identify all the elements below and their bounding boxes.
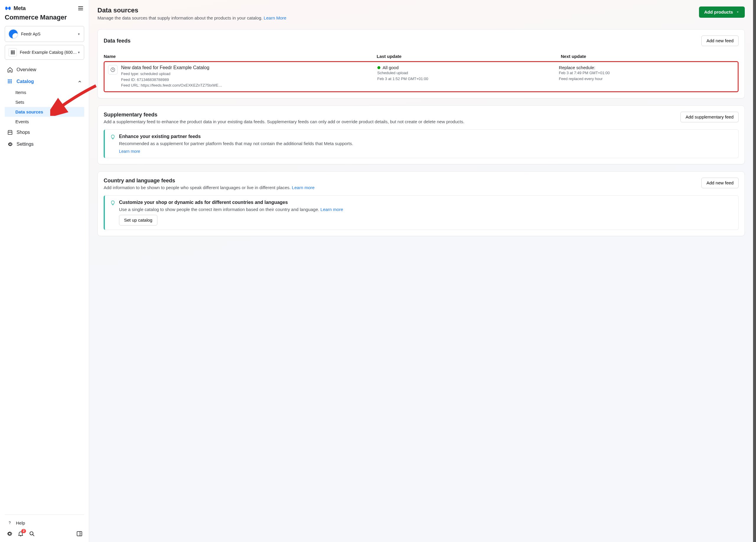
svg-point-20 — [81, 533, 81, 534]
supp-tip-desc: Recommended as a supplement for partner … — [119, 141, 353, 146]
lightbulb-icon — [110, 134, 115, 140]
notifications-badge: 2 — [21, 529, 26, 533]
page-title: Data sources — [97, 6, 286, 14]
feed-next-line1: Replace schedule: — [559, 65, 734, 70]
catalog-selector-label: Feedr Example Catalog (600… — [20, 50, 77, 55]
svg-point-18 — [30, 532, 33, 535]
collapse-panel-icon[interactable] — [76, 530, 83, 537]
nav-shops[interactable]: Shops — [5, 126, 84, 138]
supp-desc: Add a supplementary feed to enhance the … — [104, 119, 674, 124]
nav-sets[interactable]: Sets — [5, 97, 84, 107]
notifications-icon-button[interactable]: 2 — [17, 530, 24, 537]
page-subtitle: Manage the data sources that supply info… — [97, 15, 286, 20]
supp-tip-link[interactable]: Learn more — [119, 149, 140, 154]
feed-title: New data feed for Feedr Example Catalog — [121, 65, 373, 70]
meta-logo-icon — [5, 5, 11, 12]
add-new-feed-button[interactable]: Add new feed — [701, 35, 739, 46]
gear-icon — [7, 141, 13, 147]
svg-rect-0 — [11, 51, 12, 51]
feed-next-line2: Feb 3 at 7:49 PM GMT+01:00 — [559, 70, 734, 76]
feed-url: Feed URL: https://feeds.feedr.com/OxEXKE… — [121, 82, 373, 88]
data-feeds-title: Data feeds — [104, 38, 131, 44]
business-selector[interactable]: Feedr ApS ▼ — [5, 26, 84, 42]
catalog-grid-icon — [9, 48, 17, 56]
country-desc: Add information to be shown to people wh… — [104, 185, 695, 190]
main-content: Data sources Manage the data sources tha… — [89, 0, 756, 542]
nav-overview-label: Overview — [17, 67, 36, 72]
country-language-card: Country and language feeds Add informati… — [97, 171, 745, 236]
nav-overview[interactable]: Overview — [5, 64, 84, 76]
svg-rect-5 — [14, 52, 14, 53]
status-dot-icon — [377, 66, 380, 69]
sidebar-nav: Overview Catalog Items Sets Data sources… — [5, 64, 84, 150]
feed-status-sub1: Scheduled upload — [377, 70, 559, 76]
svg-rect-9 — [8, 79, 9, 80]
svg-rect-17 — [11, 82, 12, 83]
business-avatar-icon — [9, 29, 18, 39]
catalog-selector[interactable]: Feedr Example Catalog (600… ▼ — [5, 45, 84, 60]
catalog-icon — [7, 79, 13, 84]
svg-rect-13 — [9, 81, 10, 82]
country-tip-desc: Use a single catalog to show people the … — [119, 207, 733, 212]
svg-rect-7 — [12, 53, 13, 54]
svg-rect-16 — [9, 82, 10, 83]
brand-company: Meta — [14, 5, 26, 12]
chevron-down-icon: ▼ — [77, 51, 80, 54]
nav-settings[interactable]: Settings — [5, 138, 84, 150]
svg-rect-15 — [8, 82, 9, 83]
svg-rect-4 — [12, 52, 13, 53]
svg-rect-14 — [11, 81, 12, 82]
sidebar: Meta Commerce Manager Feedr ApS ▼ Feedr … — [0, 0, 89, 542]
shop-icon — [7, 129, 13, 135]
page-learn-more-link[interactable]: Learn More — [264, 15, 286, 20]
svg-rect-1 — [12, 51, 13, 51]
svg-rect-6 — [11, 53, 12, 54]
chevron-down-icon — [736, 10, 739, 14]
svg-rect-8 — [14, 53, 14, 54]
country-tip-title: Customize your shop or dynamic ads for d… — [119, 200, 733, 205]
svg-rect-11 — [11, 79, 12, 80]
nav-settings-label: Settings — [17, 141, 34, 147]
country-tip-link[interactable]: Learn more — [320, 207, 343, 212]
lightbulb-icon — [110, 200, 115, 206]
add-country-feed-button[interactable]: Add new feed — [701, 178, 739, 188]
hamburger-icon[interactable] — [77, 5, 84, 12]
country-title: Country and language feeds — [104, 178, 695, 184]
search-icon-button[interactable] — [28, 530, 35, 537]
feed-row[interactable]: New data feed for Feedr Example Catalog … — [104, 61, 739, 92]
feed-status-sub2: Feb 3 at 1:52 PM GMT+01:00 — [377, 76, 559, 82]
feed-status: All good — [383, 65, 399, 70]
feeds-table-header: Name Last update Next update — [104, 51, 739, 61]
svg-rect-10 — [9, 79, 10, 80]
add-supplementary-feed-button[interactable]: Add supplementary feed — [680, 112, 739, 122]
supp-title: Supplementary feeds — [104, 112, 674, 118]
nav-items[interactable]: Items — [5, 87, 84, 97]
feed-id: Feed ID: 671346838788989 — [121, 77, 373, 83]
nav-help[interactable]: Help — [5, 518, 84, 528]
country-tip: Customize your shop or dynamic ads for d… — [104, 195, 739, 230]
home-icon — [7, 67, 13, 73]
nav-catalog-label: Catalog — [17, 79, 34, 84]
app-title: Commerce Manager — [5, 14, 84, 21]
col-next-update: Next update — [561, 54, 739, 59]
supp-tip: Enhance your existing partner feeds Reco… — [104, 129, 739, 158]
clock-icon — [108, 65, 118, 74]
nav-shops-label: Shops — [17, 130, 30, 135]
brand: Meta — [5, 5, 26, 12]
chevron-down-icon: ▼ — [77, 32, 80, 36]
country-learn-more-link[interactable]: Learn more — [292, 185, 315, 190]
add-products-button[interactable]: Add products — [699, 6, 745, 18]
svg-rect-2 — [14, 51, 14, 51]
nav-catalog[interactable]: Catalog — [5, 76, 84, 87]
supplementary-feeds-card: Supplementary feeds Add a supplementary … — [97, 105, 745, 164]
business-selector-label: Feedr ApS — [21, 32, 40, 36]
svg-rect-3 — [11, 52, 12, 53]
svg-rect-12 — [8, 81, 9, 82]
nav-data-sources[interactable]: Data sources — [5, 107, 84, 117]
help-icon — [7, 520, 12, 525]
supp-tip-title: Enhance your existing partner feeds — [119, 134, 353, 139]
col-last-update: Last update — [377, 54, 561, 59]
settings-icon-button[interactable] — [6, 530, 13, 537]
setup-catalog-button[interactable]: Set up catalog — [119, 215, 157, 225]
nav-events[interactable]: Events — [5, 117, 84, 126]
